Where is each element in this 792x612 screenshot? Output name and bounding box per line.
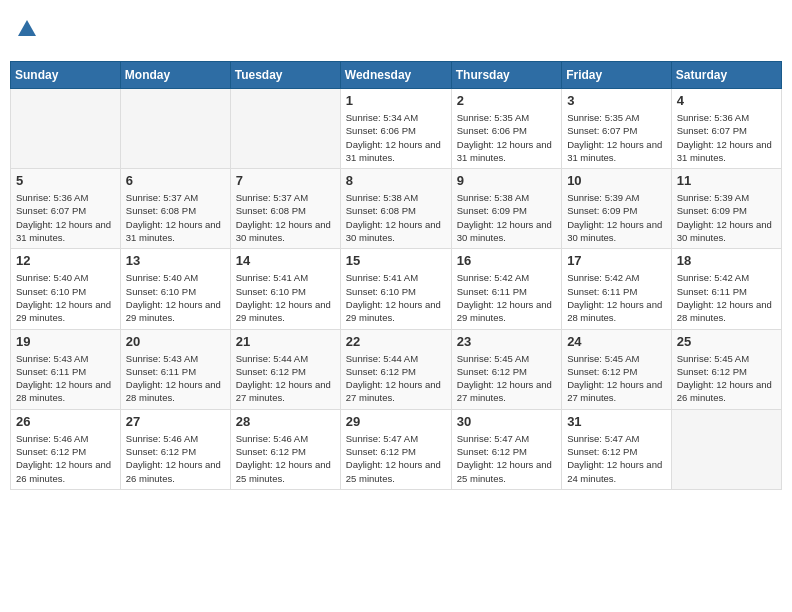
week-row-2: 5Sunrise: 5:36 AM Sunset: 6:07 PM Daylig… — [11, 169, 782, 249]
weekday-header-row: SundayMondayTuesdayWednesdayThursdayFrid… — [11, 62, 782, 89]
day-info: Sunrise: 5:38 AM Sunset: 6:09 PM Dayligh… — [457, 191, 556, 244]
day-cell: 21Sunrise: 5:44 AM Sunset: 6:12 PM Dayli… — [230, 329, 340, 409]
day-info: Sunrise: 5:40 AM Sunset: 6:10 PM Dayligh… — [126, 271, 225, 324]
day-cell — [11, 89, 121, 169]
day-number: 3 — [567, 93, 666, 108]
day-number: 20 — [126, 334, 225, 349]
day-cell: 1Sunrise: 5:34 AM Sunset: 6:06 PM Daylig… — [340, 89, 451, 169]
day-cell — [120, 89, 230, 169]
day-info: Sunrise: 5:46 AM Sunset: 6:12 PM Dayligh… — [236, 432, 335, 485]
day-cell: 17Sunrise: 5:42 AM Sunset: 6:11 PM Dayli… — [562, 249, 672, 329]
day-number: 16 — [457, 253, 556, 268]
day-info: Sunrise: 5:37 AM Sunset: 6:08 PM Dayligh… — [126, 191, 225, 244]
day-info: Sunrise: 5:46 AM Sunset: 6:12 PM Dayligh… — [16, 432, 115, 485]
day-cell: 31Sunrise: 5:47 AM Sunset: 6:12 PM Dayli… — [562, 409, 672, 489]
day-cell: 19Sunrise: 5:43 AM Sunset: 6:11 PM Dayli… — [11, 329, 121, 409]
page-header — [10, 10, 782, 53]
day-info: Sunrise: 5:45 AM Sunset: 6:12 PM Dayligh… — [677, 352, 776, 405]
day-cell: 12Sunrise: 5:40 AM Sunset: 6:10 PM Dayli… — [11, 249, 121, 329]
day-number: 2 — [457, 93, 556, 108]
week-row-5: 26Sunrise: 5:46 AM Sunset: 6:12 PM Dayli… — [11, 409, 782, 489]
day-info: Sunrise: 5:35 AM Sunset: 6:06 PM Dayligh… — [457, 111, 556, 164]
day-info: Sunrise: 5:47 AM Sunset: 6:12 PM Dayligh… — [567, 432, 666, 485]
day-info: Sunrise: 5:41 AM Sunset: 6:10 PM Dayligh… — [346, 271, 446, 324]
weekday-friday: Friday — [562, 62, 672, 89]
day-number: 29 — [346, 414, 446, 429]
day-number: 14 — [236, 253, 335, 268]
day-cell: 10Sunrise: 5:39 AM Sunset: 6:09 PM Dayli… — [562, 169, 672, 249]
weekday-tuesday: Tuesday — [230, 62, 340, 89]
day-info: Sunrise: 5:42 AM Sunset: 6:11 PM Dayligh… — [567, 271, 666, 324]
day-number: 28 — [236, 414, 335, 429]
day-cell: 22Sunrise: 5:44 AM Sunset: 6:12 PM Dayli… — [340, 329, 451, 409]
day-number: 5 — [16, 173, 115, 188]
day-info: Sunrise: 5:34 AM Sunset: 6:06 PM Dayligh… — [346, 111, 446, 164]
day-number: 22 — [346, 334, 446, 349]
day-info: Sunrise: 5:44 AM Sunset: 6:12 PM Dayligh… — [346, 352, 446, 405]
day-number: 9 — [457, 173, 556, 188]
day-cell: 15Sunrise: 5:41 AM Sunset: 6:10 PM Dayli… — [340, 249, 451, 329]
day-cell: 29Sunrise: 5:47 AM Sunset: 6:12 PM Dayli… — [340, 409, 451, 489]
day-number: 21 — [236, 334, 335, 349]
day-cell: 27Sunrise: 5:46 AM Sunset: 6:12 PM Dayli… — [120, 409, 230, 489]
day-number: 30 — [457, 414, 556, 429]
day-cell: 5Sunrise: 5:36 AM Sunset: 6:07 PM Daylig… — [11, 169, 121, 249]
day-info: Sunrise: 5:44 AM Sunset: 6:12 PM Dayligh… — [236, 352, 335, 405]
day-info: Sunrise: 5:46 AM Sunset: 6:12 PM Dayligh… — [126, 432, 225, 485]
day-info: Sunrise: 5:42 AM Sunset: 6:11 PM Dayligh… — [677, 271, 776, 324]
day-number: 19 — [16, 334, 115, 349]
weekday-sunday: Sunday — [11, 62, 121, 89]
day-info: Sunrise: 5:43 AM Sunset: 6:11 PM Dayligh… — [16, 352, 115, 405]
calendar-body: 1Sunrise: 5:34 AM Sunset: 6:06 PM Daylig… — [11, 89, 782, 490]
day-cell: 14Sunrise: 5:41 AM Sunset: 6:10 PM Dayli… — [230, 249, 340, 329]
day-info: Sunrise: 5:45 AM Sunset: 6:12 PM Dayligh… — [567, 352, 666, 405]
day-number: 10 — [567, 173, 666, 188]
week-row-1: 1Sunrise: 5:34 AM Sunset: 6:06 PM Daylig… — [11, 89, 782, 169]
day-info: Sunrise: 5:41 AM Sunset: 6:10 PM Dayligh… — [236, 271, 335, 324]
day-info: Sunrise: 5:47 AM Sunset: 6:12 PM Dayligh… — [457, 432, 556, 485]
day-cell: 7Sunrise: 5:37 AM Sunset: 6:08 PM Daylig… — [230, 169, 340, 249]
day-cell: 30Sunrise: 5:47 AM Sunset: 6:12 PM Dayli… — [451, 409, 561, 489]
day-info: Sunrise: 5:38 AM Sunset: 6:08 PM Dayligh… — [346, 191, 446, 244]
day-number: 12 — [16, 253, 115, 268]
day-number: 31 — [567, 414, 666, 429]
day-number: 17 — [567, 253, 666, 268]
day-number: 7 — [236, 173, 335, 188]
day-cell: 2Sunrise: 5:35 AM Sunset: 6:06 PM Daylig… — [451, 89, 561, 169]
logo — [14, 18, 38, 45]
day-cell — [671, 409, 781, 489]
day-info: Sunrise: 5:39 AM Sunset: 6:09 PM Dayligh… — [677, 191, 776, 244]
day-cell: 13Sunrise: 5:40 AM Sunset: 6:10 PM Dayli… — [120, 249, 230, 329]
day-info: Sunrise: 5:47 AM Sunset: 6:12 PM Dayligh… — [346, 432, 446, 485]
day-info: Sunrise: 5:45 AM Sunset: 6:12 PM Dayligh… — [457, 352, 556, 405]
day-info: Sunrise: 5:43 AM Sunset: 6:11 PM Dayligh… — [126, 352, 225, 405]
day-cell: 6Sunrise: 5:37 AM Sunset: 6:08 PM Daylig… — [120, 169, 230, 249]
day-number: 23 — [457, 334, 556, 349]
week-row-3: 12Sunrise: 5:40 AM Sunset: 6:10 PM Dayli… — [11, 249, 782, 329]
day-number: 11 — [677, 173, 776, 188]
day-number: 26 — [16, 414, 115, 429]
day-cell: 9Sunrise: 5:38 AM Sunset: 6:09 PM Daylig… — [451, 169, 561, 249]
day-number: 4 — [677, 93, 776, 108]
day-info: Sunrise: 5:36 AM Sunset: 6:07 PM Dayligh… — [16, 191, 115, 244]
day-cell: 26Sunrise: 5:46 AM Sunset: 6:12 PM Dayli… — [11, 409, 121, 489]
day-number: 18 — [677, 253, 776, 268]
weekday-wednesday: Wednesday — [340, 62, 451, 89]
day-cell: 3Sunrise: 5:35 AM Sunset: 6:07 PM Daylig… — [562, 89, 672, 169]
day-number: 15 — [346, 253, 446, 268]
day-number: 6 — [126, 173, 225, 188]
day-info: Sunrise: 5:40 AM Sunset: 6:10 PM Dayligh… — [16, 271, 115, 324]
day-cell: 23Sunrise: 5:45 AM Sunset: 6:12 PM Dayli… — [451, 329, 561, 409]
day-number: 13 — [126, 253, 225, 268]
day-cell: 16Sunrise: 5:42 AM Sunset: 6:11 PM Dayli… — [451, 249, 561, 329]
day-number: 27 — [126, 414, 225, 429]
day-cell: 24Sunrise: 5:45 AM Sunset: 6:12 PM Dayli… — [562, 329, 672, 409]
day-info: Sunrise: 5:39 AM Sunset: 6:09 PM Dayligh… — [567, 191, 666, 244]
day-cell: 20Sunrise: 5:43 AM Sunset: 6:11 PM Dayli… — [120, 329, 230, 409]
svg-marker-0 — [18, 20, 36, 36]
weekday-monday: Monday — [120, 62, 230, 89]
day-cell: 28Sunrise: 5:46 AM Sunset: 6:12 PM Dayli… — [230, 409, 340, 489]
logo-icon — [16, 18, 38, 40]
day-number: 24 — [567, 334, 666, 349]
day-cell: 8Sunrise: 5:38 AM Sunset: 6:08 PM Daylig… — [340, 169, 451, 249]
